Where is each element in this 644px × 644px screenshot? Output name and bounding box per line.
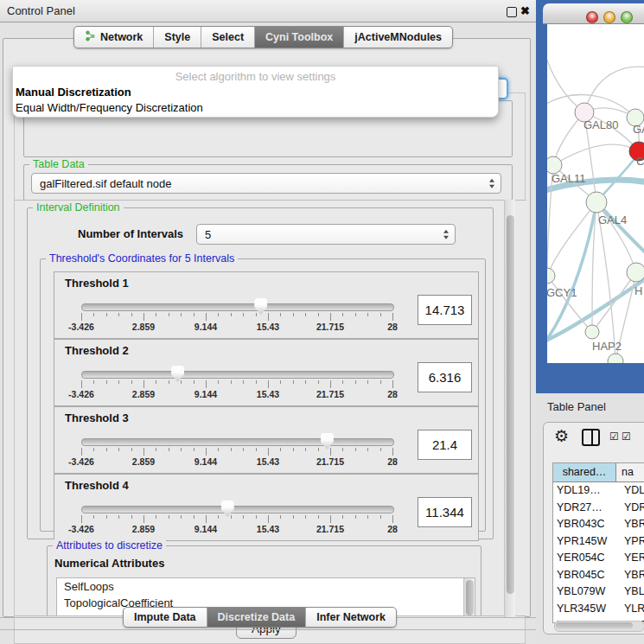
name-cell[interactable]: YBL0 xyxy=(619,583,644,601)
stepper-icon xyxy=(443,230,449,239)
discretize-settings-panel: Discretization Algorithm Table Data galF… xyxy=(14,92,526,644)
table-row[interactable]: YBR045CYBR0 xyxy=(553,567,644,584)
network-edge[interactable] xyxy=(547,50,584,112)
interval-definition-group: Interval Definition Number of Intervals … xyxy=(27,207,494,539)
network-node[interactable] xyxy=(608,354,623,363)
node-attribute-table[interactable]: shared… na YDL19…YDL1YDR27…YDR2YBR043CYB… xyxy=(552,462,644,623)
network-edge[interactable] xyxy=(547,276,592,332)
table-header-row: shared… na xyxy=(553,463,644,482)
network-node-gcy1[interactable] xyxy=(547,268,555,284)
close-traffic-light[interactable] xyxy=(586,11,598,23)
slider-track[interactable] xyxy=(81,303,394,311)
settings-scroll-area: Interval Definition Number of Intervals … xyxy=(15,200,526,616)
attributes-group: Attributes to discretize Numerical Attri… xyxy=(47,545,481,616)
table-row[interactable]: YDL19…YDL1 xyxy=(553,482,644,500)
threshold-value-input[interactable] xyxy=(418,430,472,460)
algorithm-placeholder: Select algorithm to view settings xyxy=(13,70,498,83)
table-row[interactable]: YPR145WYPR1 xyxy=(553,533,644,551)
table-row[interactable]: YLR345WYLR3 xyxy=(553,601,644,618)
minimize-traffic-light[interactable] xyxy=(603,11,615,23)
tab-cyni-toolbox[interactable]: Cyni Toolbox xyxy=(255,27,344,48)
shared-name-cell[interactable]: YBL079W xyxy=(553,583,619,601)
tab-label: Select xyxy=(212,31,244,43)
column-header-name[interactable]: na xyxy=(616,463,644,481)
network-node-gal4[interactable] xyxy=(586,192,607,213)
stepper-icon xyxy=(489,179,494,188)
network-edge[interactable] xyxy=(584,67,644,112)
network-node-hap2[interactable] xyxy=(585,325,599,339)
split-columns-icon[interactable] xyxy=(582,429,600,446)
table-data-select[interactable]: galFiltered.sif default node xyxy=(31,173,501,194)
algorithm-option-manual[interactable]: Manual Discretization xyxy=(16,86,131,99)
name-cell[interactable]: YBR0 xyxy=(619,567,644,584)
attributes-scrollbar[interactable] xyxy=(463,578,475,616)
tab-jactivemnodules[interactable]: jActiveMNodules xyxy=(344,27,452,48)
shared-name-cell[interactable]: YER054C xyxy=(553,550,619,567)
tab-infer-network[interactable]: Infer Network xyxy=(306,608,396,627)
network-node-label: H xyxy=(634,284,642,297)
close-icon[interactable]: ✖ xyxy=(520,4,530,17)
attribute-item[interactable]: SelfLoops xyxy=(57,578,475,595)
control-panel-titlebar: Control Panel ✖ xyxy=(0,0,536,22)
name-cell[interactable]: YER0 xyxy=(619,550,644,567)
algorithm-option-equal-width[interactable]: Equal Width/Frequency Discretization xyxy=(16,101,203,114)
shared-name-cell[interactable]: YPR145W xyxy=(553,533,619,551)
shared-name-cell[interactable]: YBR043C xyxy=(553,516,619,533)
table-row[interactable]: YDR27…YDR2 xyxy=(553,500,644,517)
threshold-value-input[interactable] xyxy=(418,362,472,392)
name-cell[interactable]: YDR2 xyxy=(619,500,644,517)
threshold-label: Threshold 3 xyxy=(65,411,129,424)
float-window-icon[interactable] xyxy=(507,7,517,17)
network-node-label: GAL11 xyxy=(552,172,586,185)
zoom-traffic-light[interactable] xyxy=(621,11,633,23)
tab-style[interactable]: Style xyxy=(154,27,201,48)
attributes-scrollbar-thumb[interactable] xyxy=(466,580,474,615)
network-edge[interactable] xyxy=(553,144,639,165)
network-view-canvas[interactable]: GAL80GACGAL11GAL4GCY1HHAP2 xyxy=(547,24,644,363)
network-window-titlebar[interactable] xyxy=(543,3,644,24)
name-cell[interactable]: YBR0 xyxy=(619,516,644,533)
table-row[interactable]: YBR043CYBR0 xyxy=(553,516,644,533)
network-node-gal11[interactable] xyxy=(547,156,562,174)
network-node-label: GAL80 xyxy=(583,118,618,131)
checkbox-column-icon-2[interactable]: ☑ xyxy=(622,431,631,442)
gear-icon[interactable]: ⚙ xyxy=(554,428,569,444)
checkbox-column-icon[interactable]: ☑ xyxy=(609,431,619,442)
threshold-value-input[interactable] xyxy=(418,497,472,527)
tab-impute-data[interactable]: Impute Data xyxy=(124,608,207,627)
threshold-value-input[interactable] xyxy=(418,295,472,325)
table-horizontal-scrollbar[interactable] xyxy=(554,621,644,632)
settings-scrollbar-thumb[interactable] xyxy=(507,215,514,594)
network-node-h[interactable] xyxy=(627,263,644,282)
table-row[interactable]: YER054CYER0 xyxy=(553,550,644,567)
network-node-label: C xyxy=(636,155,644,168)
table-horizontal-scrollbar-thumb[interactable] xyxy=(556,622,633,628)
table-data-group-title: Table Data xyxy=(29,158,88,170)
tab-select[interactable]: Select xyxy=(201,27,255,48)
slider-tick-labels: -3.4262.8599.14415.4321.71528 xyxy=(81,456,392,469)
name-cell[interactable]: YPR1 xyxy=(619,533,644,551)
tab-discretize-data[interactable]: Discretize Data xyxy=(207,608,307,627)
table-row[interactable]: YBL079WYBL0 xyxy=(553,583,644,601)
num-intervals-select[interactable]: 5 xyxy=(196,224,456,245)
shared-name-cell[interactable]: YDR27… xyxy=(553,500,619,517)
name-cell[interactable]: YDL1 xyxy=(619,482,644,500)
slider-track[interactable] xyxy=(81,438,394,446)
network-node-label: HAP2 xyxy=(592,340,622,353)
shared-name-cell[interactable]: YBR045C xyxy=(553,567,619,584)
threshold-panel-2: Threshold 2-3.4262.8599.14415.4321.71528 xyxy=(54,339,479,406)
slider-ticks xyxy=(81,313,392,321)
tab-network[interactable]: Network xyxy=(74,27,154,48)
network-node-label: GCY1 xyxy=(547,286,577,299)
thresholds-group-title: Threshold's Coordinates for 5 Intervals xyxy=(46,252,238,265)
shared-name-cell[interactable]: YLR345W xyxy=(553,601,619,618)
attributes-group-title: Attributes to discretize xyxy=(53,539,166,552)
settings-scrollbar[interactable] xyxy=(504,200,515,618)
slider-track[interactable] xyxy=(81,506,394,513)
threshold-panel-3: Threshold 3-3.4262.8599.14415.4321.71528 xyxy=(54,406,479,474)
control-panel-title: Control Panel xyxy=(7,4,75,17)
column-header-shared-name[interactable]: shared… xyxy=(553,463,616,481)
name-cell[interactable]: YLR3 xyxy=(619,601,644,618)
shared-name-cell[interactable]: YDL19… xyxy=(553,482,619,500)
slider-track[interactable] xyxy=(81,371,394,379)
